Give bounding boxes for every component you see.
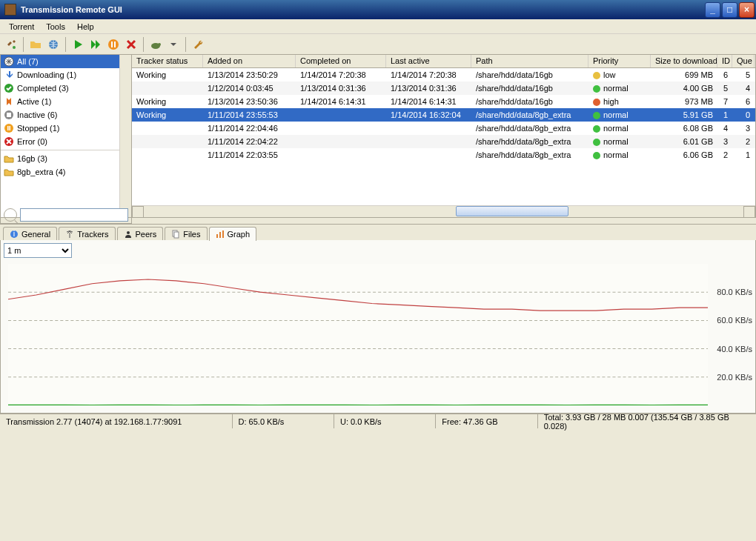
table-row[interactable]: Working1/13/2014 23:50:361/14/2014 6:14:… (132, 95, 755, 108)
sidebar-item-label: Downloading (1) (17, 70, 76, 79)
svg-point-17 (127, 231, 130, 234)
plug-icon (5, 39, 17, 50)
sidebar-item[interactable]: Inactive (6) (1, 108, 131, 122)
menu-torrent[interactable]: Torrent (3, 21, 40, 33)
cell-id: 4 (717, 124, 732, 133)
title-bar: Transmission Remote GUI _ □ × (0, 0, 756, 19)
minimize-button[interactable]: _ (705, 2, 720, 18)
add-url-button[interactable] (45, 36, 62, 53)
cell-added: 1/13/2014 23:50:36 (203, 97, 296, 106)
alt-speed-button[interactable] (147, 36, 164, 53)
cell-path: /share/hdd/data/8gb_extra (471, 124, 588, 133)
sidebar-item[interactable]: Active (1) (1, 95, 131, 108)
cell-priority: high (588, 97, 651, 106)
tab-graph[interactable]: Graph (209, 227, 257, 241)
wrench-icon (192, 39, 204, 50)
sidebar-item[interactable]: Error (0) (1, 135, 131, 148)
graph-pane: 1 m 20.0 KB/s40.0 KB/s60.0 KB/s80.0 KB/s (0, 240, 756, 414)
stopped-icon (4, 123, 14, 133)
tab-peers[interactable]: Peers (117, 227, 164, 241)
search-icon (4, 208, 17, 222)
svg-rect-22 (222, 230, 224, 238)
cell-size: 4.00 GB (651, 84, 717, 93)
svg-rect-13 (10, 126, 11, 130)
col-tracker-status[interactable]: Tracker status (132, 55, 203, 67)
table-row[interactable]: Working1/13/2014 23:50:291/14/2014 7:20:… (132, 68, 755, 82)
cell-size: 6.08 GB (651, 124, 717, 133)
preferences-button[interactable] (190, 36, 206, 53)
cell-queue: 0 (732, 110, 755, 119)
start-button[interactable] (70, 36, 86, 53)
start-all-button[interactable] (87, 36, 104, 53)
priority-dot-icon (593, 99, 600, 106)
cell-added: 1/11/2014 22:03:55 (203, 150, 296, 159)
antenna-icon (65, 230, 74, 239)
menu-help[interactable]: Help (71, 21, 100, 33)
cell-added: 1/13/2014 23:50:29 (203, 70, 296, 79)
sidebar: All (7)Downloading (1)Completed (3)Activ… (0, 55, 132, 218)
chevron-down-icon (168, 39, 179, 50)
col-last-active[interactable]: Last active (386, 55, 471, 67)
cell-added: 1/11/2014 22:04:22 (203, 137, 296, 146)
sidebar-item[interactable]: Stopped (1) (1, 122, 131, 135)
cell-id: 1 (717, 110, 732, 119)
sidebar-scrollbar[interactable] (119, 55, 131, 217)
alt-speed-dropdown[interactable] (165, 36, 182, 53)
sidebar-item[interactable]: 16gb (3) (1, 152, 131, 165)
status-connection: Transmission 2.77 (14074) at 192.168.1.7… (0, 414, 233, 428)
col-added-on[interactable]: Added on (203, 55, 296, 67)
graph-plot (8, 264, 708, 405)
sidebar-item[interactable]: 8gb_extra (4) (1, 165, 131, 179)
cell-path: /share/hdd/data/8gb_extra (471, 137, 588, 146)
cell-queue: 5 (732, 70, 755, 79)
grid-body[interactable]: Working1/13/2014 23:50:291/14/2014 7:20:… (132, 68, 755, 205)
separator (143, 37, 144, 52)
col-size[interactable]: Size to download (651, 55, 717, 67)
close-button[interactable]: × (739, 2, 755, 18)
col-completed-on[interactable]: Completed on (296, 55, 386, 67)
remove-button[interactable] (123, 36, 139, 53)
cell-size: 973 MB (651, 97, 717, 106)
status-download: D: 65.0 KB/s (233, 414, 334, 428)
cell-added: 1/11/2014 22:04:46 (203, 124, 296, 133)
col-id[interactable]: ID (717, 55, 732, 67)
maximize-button[interactable]: □ (722, 2, 737, 18)
cell-queue: 6 (732, 97, 755, 106)
search-input[interactable] (20, 208, 128, 222)
col-queue[interactable]: Que (732, 55, 755, 67)
y-tick-label: 40.0 KB/s (717, 345, 752, 354)
table-row[interactable]: 1/11/2014 22:04:46/share/hdd/data/8gb_ex… (132, 122, 755, 135)
table-row[interactable]: 1/11/2014 22:03:55/share/hdd/data/8gb_ex… (132, 148, 755, 162)
sidebar-item[interactable]: All (7) (1, 55, 131, 68)
all-icon (4, 56, 14, 67)
cell-completed: 1/13/2014 0:31:36 (296, 84, 386, 93)
tab-files[interactable]: Files (165, 227, 207, 241)
graph-interval-select[interactable]: 1 m (4, 243, 72, 258)
col-priority[interactable]: Priority (588, 55, 651, 67)
graph-controls: 1 m (1, 240, 755, 261)
table-row[interactable]: 1/11/2014 22:04:22/share/hdd/data/8gb_ex… (132, 135, 755, 148)
sidebar-item-label: All (7) (17, 57, 39, 66)
play-all-icon (90, 39, 102, 50)
priority-dot-icon (593, 139, 600, 146)
grid-header: Tracker status Added on Completed on Las… (132, 55, 755, 68)
connect-button[interactable] (3, 36, 19, 53)
priority-dot-icon (593, 112, 600, 119)
add-torrent-button[interactable] (27, 36, 44, 53)
col-path[interactable]: Path (471, 55, 588, 67)
pause-button[interactable] (105, 36, 122, 53)
y-tick-label: 80.0 KB/s (717, 288, 752, 296)
table-row[interactable]: Working1/11/2014 23:55:531/14/2014 16:32… (132, 108, 755, 122)
cell-size: 5.91 GB (651, 110, 717, 119)
cell-tracker: Working (132, 70, 203, 79)
table-row[interactable]: 1/12/2014 0:03:451/13/2014 0:31:361/13/2… (132, 82, 755, 95)
sidebar-item[interactable]: Downloading (1) (1, 68, 131, 82)
sidebar-item[interactable]: Completed (3) (1, 82, 131, 95)
error-icon (4, 136, 14, 147)
menu-tools[interactable]: Tools (40, 21, 71, 33)
delete-icon (125, 39, 137, 50)
down-icon (4, 70, 14, 80)
tab-general[interactable]: iGeneral (3, 227, 57, 241)
tab-trackers[interactable]: Trackers (59, 227, 115, 241)
cell-completed: 1/14/2014 6:14:31 (296, 97, 386, 106)
